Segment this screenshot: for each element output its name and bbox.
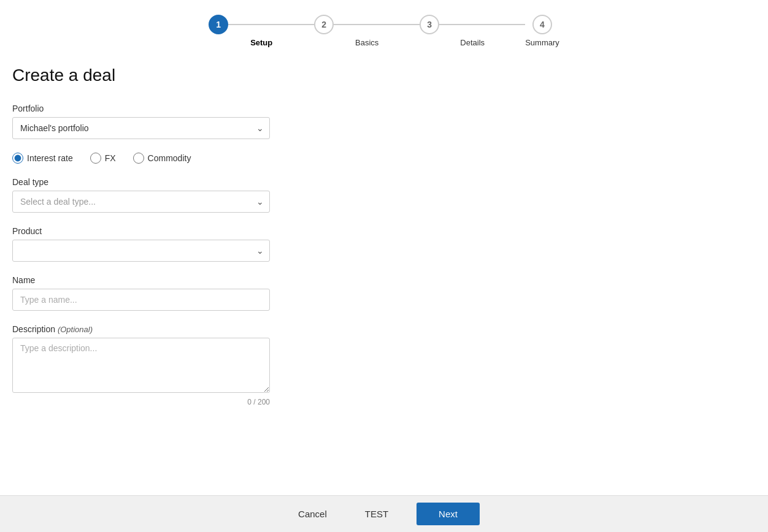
step-1: 1 Setup — [209, 15, 314, 47]
step-1-line — [228, 24, 314, 25]
radio-interest-rate[interactable]: Interest rate — [12, 153, 73, 164]
step-4-label: Summary — [525, 38, 559, 47]
radio-fx[interactable]: FX — [90, 153, 116, 164]
product-label: Product — [12, 226, 743, 236]
description-group: Description (Optional) 0 / 200 — [12, 324, 743, 406]
step-2: 2 Basics — [314, 15, 420, 47]
description-label: Description (Optional) — [12, 324, 743, 334]
step-3: 3 Details — [420, 15, 525, 47]
deal-type-select[interactable]: Select a deal type... — [12, 191, 270, 213]
footer: Cancel TEST Next — [0, 495, 768, 532]
form-area: Create a deal Portfolio Michael's portfo… — [0, 53, 768, 495]
main-content: 1 Setup 2 Basics 3 Details — [0, 0, 768, 495]
deal-type-select-wrapper: Select a deal type... ⌄ — [12, 191, 270, 213]
radio-commodity-input[interactable] — [133, 153, 144, 164]
radio-fx-label: FX — [105, 153, 116, 163]
name-label: Name — [12, 275, 743, 285]
portfolio-group: Portfolio Michael's portfolio ⌄ — [12, 104, 743, 139]
asset-type-radio-group: Interest rate FX Commodity — [12, 153, 743, 164]
deal-type-label: Deal type — [12, 177, 743, 187]
stepper-container: 1 Setup 2 Basics 3 Details — [0, 0, 768, 53]
step-4-circle: 4 — [532, 15, 552, 34]
step-1-circle: 1 — [209, 15, 228, 34]
radio-interest-rate-label: Interest rate — [27, 153, 73, 163]
step-2-circle: 2 — [314, 15, 334, 34]
step-3-circle: 3 — [420, 15, 439, 34]
name-input[interactable] — [12, 289, 270, 311]
product-select[interactable] — [12, 240, 270, 262]
description-textarea[interactable] — [12, 338, 270, 393]
radio-fx-input[interactable] — [90, 153, 101, 164]
portfolio-select-wrapper: Michael's portfolio ⌄ — [12, 117, 270, 139]
step-4: 4 Summary — [525, 15, 559, 47]
step-2-label: Basics — [355, 38, 378, 47]
name-group: Name — [12, 275, 743, 311]
next-button[interactable]: Next — [417, 503, 480, 525]
page-title: Create a deal — [12, 66, 743, 85]
stepper: 1 Setup 2 Basics 3 Details — [209, 15, 559, 47]
cancel-button[interactable]: Cancel — [288, 504, 337, 524]
deal-type-group: Deal type Select a deal type... ⌄ — [12, 177, 743, 213]
step-2-line — [334, 24, 420, 25]
portfolio-select[interactable]: Michael's portfolio — [12, 117, 270, 139]
char-count: 0 / 200 — [12, 398, 270, 406]
radio-interest-rate-input[interactable] — [12, 153, 23, 164]
test-button[interactable]: TEST — [355, 504, 398, 524]
product-select-wrapper: ⌄ — [12, 240, 270, 262]
radio-commodity-label: Commodity — [148, 153, 191, 163]
step-1-label: Setup — [250, 38, 272, 47]
portfolio-label: Portfolio — [12, 104, 743, 113]
product-group: Product ⌄ — [12, 226, 743, 262]
step-3-label: Details — [460, 38, 485, 47]
step-3-line — [439, 24, 525, 25]
radio-commodity[interactable]: Commodity — [133, 153, 191, 164]
